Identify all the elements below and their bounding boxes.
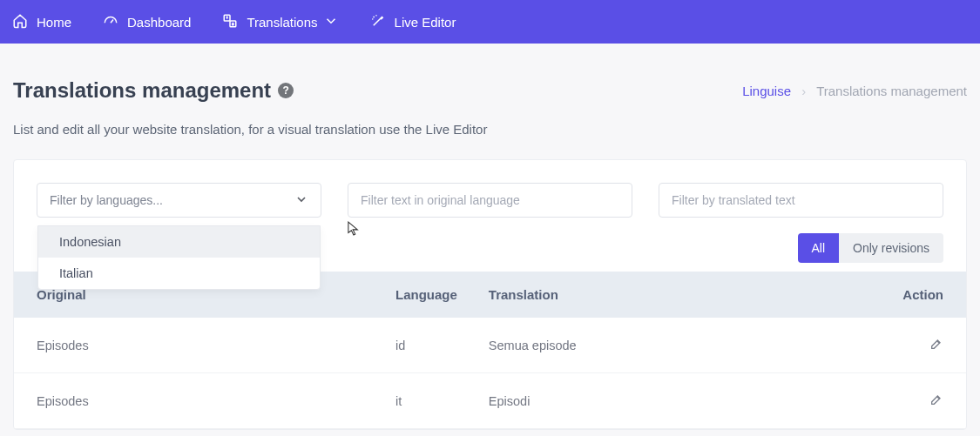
filter-card: Indonesian Italian All Only revisions Or… <box>13 159 967 430</box>
nav-dashboard-label: Dashboard <box>127 15 191 30</box>
breadcrumb: Linguise › Translations management <box>742 84 967 98</box>
cell-language: it <box>380 373 473 429</box>
th-language[interactable]: Language <box>380 272 473 318</box>
nav-translations[interactable]: Translations <box>222 13 338 31</box>
original-text-filter[interactable] <box>348 183 632 218</box>
page-title: Translations management <box>13 78 271 103</box>
language-filter-select[interactable]: Indonesian Italian <box>37 183 321 218</box>
revision-toggle: All Only revisions <box>798 233 943 263</box>
cell-original: Episodes <box>14 318 380 373</box>
nav-dashboard[interactable]: Dashboard <box>103 13 191 31</box>
translations-table: Original Language Translation Action Epi… <box>14 272 966 429</box>
cell-language: id <box>380 318 473 373</box>
chevron-down-icon <box>323 13 339 31</box>
edit-icon[interactable] <box>929 395 943 409</box>
toggle-all[interactable]: All <box>798 233 840 263</box>
help-icon[interactable]: ? <box>278 83 294 98</box>
breadcrumb-current: Translations management <box>816 84 967 98</box>
th-action: Action <box>887 272 966 318</box>
nav-live-editor-label: Live Editor <box>395 15 456 30</box>
wand-icon <box>370 13 386 31</box>
language-filter-input[interactable] <box>50 193 294 207</box>
th-translation[interactable]: Translation <box>473 272 887 318</box>
edit-icon[interactable] <box>929 339 943 353</box>
home-icon <box>12 13 28 31</box>
gauge-icon <box>103 13 118 31</box>
dropdown-item-italian[interactable]: Italian <box>38 258 320 289</box>
table-row: Episodes id Semua episode <box>14 318 966 373</box>
cell-original: Episodes <box>14 373 380 429</box>
page-subtitle: List and edit all your website translati… <box>13 122 967 137</box>
nav-live-editor[interactable]: Live Editor <box>370 13 456 31</box>
cell-translation: Episodi <box>473 373 887 429</box>
breadcrumb-link[interactable]: Linguise <box>742 84 791 98</box>
toggle-only-revisions[interactable]: Only revisions <box>839 233 943 263</box>
translate-icon <box>222 13 238 31</box>
page-header: Translations management ? Linguise › Tra… <box>13 78 967 103</box>
chevron-down-icon <box>294 192 308 209</box>
cell-translation: Semua episode <box>473 318 887 373</box>
nav-translations-label: Translations <box>247 15 317 30</box>
top-nav: Home Dashboard Translations Live Editor <box>0 0 980 44</box>
translated-text-filter[interactable] <box>659 183 943 218</box>
language-dropdown: Indonesian Italian <box>37 225 321 290</box>
dropdown-item-indonesian[interactable]: Indonesian <box>38 226 320 258</box>
table-row: Episodes it Episodi <box>14 373 966 429</box>
nav-home[interactable]: Home <box>12 13 71 31</box>
breadcrumb-separator: › <box>801 84 806 98</box>
nav-home-label: Home <box>37 15 71 30</box>
